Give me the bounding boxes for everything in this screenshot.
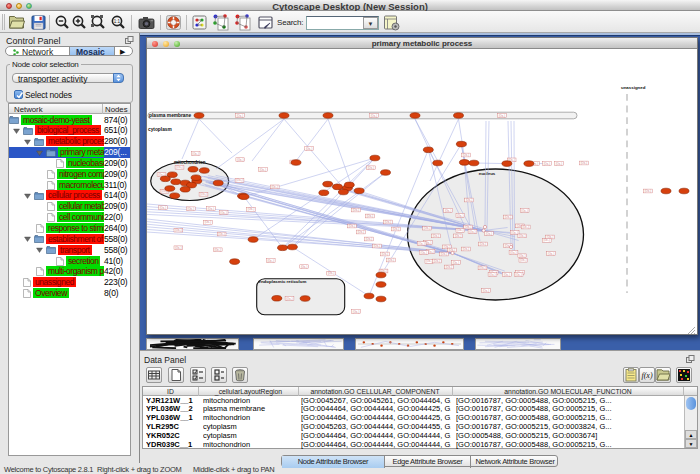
svg-text:(Ox..): (Ox..): [371, 114, 378, 118]
svg-text:(Ox..): (Ox..): [176, 165, 183, 169]
svg-text:(Ox..): (Ox..): [426, 259, 433, 263]
svg-text:(Ox..): (Ox..): [486, 232, 493, 236]
svg-text:(Ox..): (Ox..): [453, 261, 460, 265]
svg-text:(Ox..): (Ox..): [237, 158, 244, 162]
svg-text:(Ox..): (Ox..): [520, 258, 527, 262]
svg-text:(Ox..): (Ox..): [465, 225, 472, 229]
svg-text:(Ox..): (Ox..): [522, 225, 529, 229]
svg-text:(Ox..): (Ox..): [192, 152, 199, 156]
svg-text:(Ox..): (Ox..): [286, 297, 293, 301]
svg-text:(Ox..): (Ox..): [418, 242, 425, 246]
svg-text:(Ox..): (Ox..): [374, 244, 381, 248]
svg-text:(Ox..): (Ox..): [424, 226, 431, 230]
svg-text:(Ox..): (Ox..): [205, 220, 212, 224]
svg-text:(Ox..): (Ox..): [463, 247, 470, 251]
svg-text:(Ox..): (Ox..): [489, 273, 496, 277]
svg-text:(Ox..): (Ox..): [368, 166, 375, 170]
svg-text:(Ox..): (Ox..): [421, 251, 428, 255]
svg-text:(Ox..): (Ox..): [328, 271, 335, 275]
svg-text:(Ox..): (Ox..): [237, 114, 244, 118]
svg-text:(Ox..): (Ox..): [645, 189, 652, 193]
svg-text:(Ox..): (Ox..): [160, 206, 167, 210]
svg-text:unassigned: unassigned: [621, 85, 646, 90]
svg-text:(Ox..): (Ox..): [358, 230, 365, 234]
svg-text:(Ox..): (Ox..): [248, 207, 255, 211]
svg-text:(Ox..): (Ox..): [271, 185, 278, 189]
svg-text:(Ox..): (Ox..): [510, 251, 517, 255]
svg-text:f(x): f(x): [641, 371, 652, 380]
svg-text:(Ox..): (Ox..): [455, 234, 462, 238]
svg-text:(Ox..): (Ox..): [188, 207, 195, 211]
svg-text:(Ox..): (Ox..): [382, 252, 389, 256]
svg-text:mitochondrion: mitochondrion: [174, 160, 206, 165]
svg-text:(Ox..): (Ox..): [469, 230, 476, 234]
svg-text:(Ox..): (Ox..): [218, 232, 225, 236]
svg-text:(Ox..): (Ox..): [366, 237, 373, 241]
svg-text:(Ox..): (Ox..): [556, 162, 563, 166]
svg-text:(Ox..): (Ox..): [521, 209, 528, 213]
svg-text:(Ox..): (Ox..): [349, 224, 356, 228]
svg-text:cytoplasm: cytoplasm: [148, 127, 172, 132]
svg-text:(Ox..): (Ox..): [367, 214, 374, 218]
svg-text:(Ox..): (Ox..): [208, 207, 215, 211]
svg-text:(Ox..): (Ox..): [388, 258, 395, 262]
svg-text:(Ox..): (Ox..): [353, 310, 360, 314]
svg-text:(Ox..): (Ox..): [511, 231, 518, 235]
svg-text:plasma membrane: plasma membrane: [149, 113, 191, 118]
svg-text:(Ox..): (Ox..): [519, 254, 526, 258]
svg-text:(Ox..): (Ox..): [519, 234, 526, 238]
svg-text:(Ox..): (Ox..): [463, 153, 470, 157]
svg-text:(Ox..): (Ox..): [260, 168, 267, 172]
svg-text:(Ox..): (Ox..): [433, 234, 440, 238]
svg-text:(Ox..): (Ox..): [504, 273, 511, 277]
svg-text:(Ox..): (Ox..): [385, 220, 392, 224]
svg-text:(Ox..): (Ox..): [548, 252, 555, 256]
svg-text:(Ox..): (Ox..): [480, 242, 487, 246]
svg-text:(Ox..): (Ox..): [445, 209, 452, 213]
svg-text:(Ox..): (Ox..): [446, 265, 453, 269]
svg-text:(Ox..): (Ox..): [306, 147, 313, 151]
svg-text:(Ox..): (Ox..): [543, 238, 550, 242]
svg-text:endoplasmic reticulum: endoplasmic reticulum: [259, 279, 307, 284]
svg-text:(Ox..): (Ox..): [505, 215, 512, 219]
svg-text:(Ox..): (Ox..): [236, 178, 243, 182]
svg-text:(Ox..): (Ox..): [175, 228, 182, 232]
svg-text:(Ox..): (Ox..): [515, 273, 522, 277]
svg-text:(Ox..): (Ox..): [301, 265, 308, 269]
svg-text:(Ox..): (Ox..): [457, 228, 464, 232]
svg-text:(Ox..): (Ox..): [466, 198, 473, 202]
svg-text:(Ox..): (Ox..): [441, 252, 448, 256]
svg-text:nucleus: nucleus: [479, 171, 496, 176]
svg-text:(Ox..): (Ox..): [434, 259, 441, 263]
svg-text:(Ox..): (Ox..): [393, 227, 400, 231]
svg-text:1:1: 1:1: [114, 18, 121, 23]
svg-text:(Ox..): (Ox..): [214, 248, 221, 252]
svg-text:(Ox..): (Ox..): [353, 208, 360, 212]
svg-text:(Ox..): (Ox..): [479, 266, 486, 270]
svg-text:(Ox..): (Ox..): [483, 289, 490, 293]
svg-text:(Ox..): (Ox..): [544, 162, 551, 166]
svg-text:(Ox..): (Ox..): [175, 246, 182, 250]
svg-text:(Ox..): (Ox..): [457, 214, 464, 218]
svg-text:(Ox..): (Ox..): [220, 211, 227, 215]
svg-text:(Ox..): (Ox..): [499, 114, 506, 118]
svg-text:(Ox..): (Ox..): [200, 192, 207, 196]
svg-text:(Ox..): (Ox..): [581, 161, 588, 165]
svg-text:(Ox..): (Ox..): [267, 259, 274, 263]
